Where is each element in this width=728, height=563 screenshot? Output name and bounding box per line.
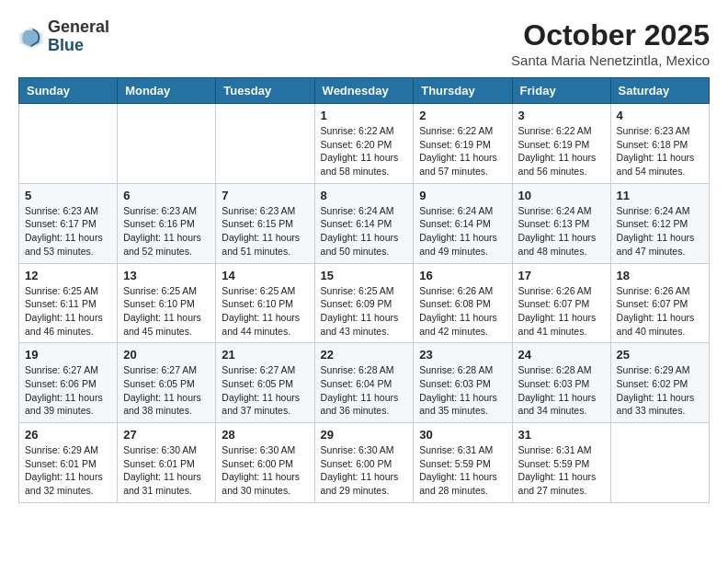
calendar-day-cell: 13Sunrise: 6:25 AM Sunset: 6:10 PM Dayli… [118, 263, 216, 343]
day-number: 5 [25, 189, 111, 202]
calendar-day-cell: 28Sunrise: 6:30 AM Sunset: 6:00 PM Dayli… [216, 423, 314, 503]
logo: General Blue [18, 18, 109, 55]
calendar-header-row: SundayMondayTuesdayWednesdayThursdayFrid… [19, 78, 710, 104]
logo-blue-text: Blue [48, 36, 84, 54]
calendar-week-row: 1Sunrise: 6:22 AM Sunset: 6:20 PM Daylig… [19, 104, 710, 184]
day-number: 27 [123, 428, 210, 442]
day-number: 11 [617, 189, 703, 202]
calendar-day-cell: 14Sunrise: 6:25 AM Sunset: 6:10 PM Dayli… [216, 263, 314, 343]
day-of-week-header: Thursday [414, 78, 512, 104]
day-of-week-header: Monday [118, 78, 216, 104]
day-info: Sunrise: 6:25 AM Sunset: 6:10 PM Dayligh… [123, 284, 210, 339]
day-info: Sunrise: 6:25 AM Sunset: 6:09 PM Dayligh… [321, 284, 408, 339]
day-number: 17 [518, 269, 605, 282]
day-info: Sunrise: 6:22 AM Sunset: 6:19 PM Dayligh… [518, 124, 605, 178]
day-number: 7 [222, 189, 308, 202]
calendar-day-cell: 3Sunrise: 6:22 AM Sunset: 6:19 PM Daylig… [512, 104, 610, 184]
day-info: Sunrise: 6:23 AM Sunset: 6:16 PM Dayligh… [123, 204, 210, 259]
calendar-day-cell: 17Sunrise: 6:26 AM Sunset: 6:07 PM Dayli… [512, 263, 610, 343]
day-number: 25 [617, 348, 703, 362]
calendar-day-cell: 24Sunrise: 6:28 AM Sunset: 6:03 PM Dayli… [512, 343, 610, 423]
logo-icon [18, 24, 44, 50]
day-number: 28 [222, 428, 308, 442]
calendar-day-cell: 6Sunrise: 6:23 AM Sunset: 6:16 PM Daylig… [118, 183, 216, 263]
day-number: 12 [25, 269, 111, 282]
day-info: Sunrise: 6:26 AM Sunset: 6:07 PM Dayligh… [518, 284, 605, 339]
day-number: 4 [617, 109, 703, 122]
day-info: Sunrise: 6:24 AM Sunset: 6:12 PM Dayligh… [617, 204, 703, 259]
calendar-day-cell: 4Sunrise: 6:23 AM Sunset: 6:18 PM Daylig… [610, 104, 709, 184]
calendar-day-cell: 23Sunrise: 6:28 AM Sunset: 6:03 PM Dayli… [414, 343, 512, 423]
calendar-day-cell: 11Sunrise: 6:24 AM Sunset: 6:12 PM Dayli… [610, 183, 709, 263]
day-number: 8 [321, 189, 408, 202]
calendar-week-row: 26Sunrise: 6:29 AM Sunset: 6:01 PM Dayli… [19, 423, 710, 503]
day-number: 29 [321, 428, 408, 442]
day-number: 10 [518, 189, 605, 202]
calendar-day-cell: 12Sunrise: 6:25 AM Sunset: 6:11 PM Dayli… [19, 263, 118, 343]
day-number: 13 [123, 269, 210, 282]
calendar-day-cell: 29Sunrise: 6:30 AM Sunset: 6:00 PM Dayli… [314, 423, 414, 503]
day-number: 22 [321, 348, 408, 362]
day-info: Sunrise: 6:25 AM Sunset: 6:11 PM Dayligh… [25, 284, 111, 339]
day-number: 21 [222, 348, 308, 362]
calendar-day-cell: 16Sunrise: 6:26 AM Sunset: 6:08 PM Dayli… [414, 263, 512, 343]
calendar-week-row: 12Sunrise: 6:25 AM Sunset: 6:11 PM Dayli… [19, 263, 710, 343]
day-info: Sunrise: 6:28 AM Sunset: 6:03 PM Dayligh… [419, 363, 506, 418]
calendar-day-cell: 25Sunrise: 6:29 AM Sunset: 6:02 PM Dayli… [610, 343, 709, 423]
day-info: Sunrise: 6:28 AM Sunset: 6:03 PM Dayligh… [518, 363, 605, 418]
calendar-day-cell: 19Sunrise: 6:27 AM Sunset: 6:06 PM Dayli… [19, 343, 118, 423]
calendar-day-cell [610, 423, 709, 503]
calendar-day-cell: 7Sunrise: 6:23 AM Sunset: 6:15 PM Daylig… [216, 183, 314, 263]
day-info: Sunrise: 6:28 AM Sunset: 6:04 PM Dayligh… [321, 363, 408, 418]
day-info: Sunrise: 6:29 AM Sunset: 6:01 PM Dayligh… [25, 443, 111, 498]
day-number: 31 [518, 428, 605, 442]
day-number: 24 [518, 348, 605, 362]
calendar-day-cell: 1Sunrise: 6:22 AM Sunset: 6:20 PM Daylig… [314, 104, 414, 184]
location-subtitle: Santa Maria Nenetzintla, Mexico [511, 52, 710, 68]
day-info: Sunrise: 6:29 AM Sunset: 6:02 PM Dayligh… [617, 363, 703, 418]
calendar-day-cell [216, 104, 314, 184]
day-info: Sunrise: 6:30 AM Sunset: 6:00 PM Dayligh… [321, 443, 408, 498]
day-info: Sunrise: 6:26 AM Sunset: 6:07 PM Dayligh… [617, 284, 703, 339]
day-number: 9 [419, 189, 506, 202]
calendar-day-cell: 8Sunrise: 6:24 AM Sunset: 6:14 PM Daylig… [314, 183, 414, 263]
day-info: Sunrise: 6:25 AM Sunset: 6:10 PM Dayligh… [222, 284, 308, 339]
day-info: Sunrise: 6:24 AM Sunset: 6:14 PM Dayligh… [321, 204, 408, 259]
day-number: 26 [25, 428, 111, 442]
calendar-table: SundayMondayTuesdayWednesdayThursdayFrid… [18, 77, 710, 503]
day-info: Sunrise: 6:22 AM Sunset: 6:19 PM Dayligh… [419, 124, 506, 178]
day-of-week-header: Wednesday [314, 78, 414, 104]
day-info: Sunrise: 6:23 AM Sunset: 6:18 PM Dayligh… [617, 124, 703, 178]
day-info: Sunrise: 6:30 AM Sunset: 6:00 PM Dayligh… [222, 443, 308, 498]
day-number: 16 [419, 269, 506, 282]
calendar-day-cell: 18Sunrise: 6:26 AM Sunset: 6:07 PM Dayli… [610, 263, 709, 343]
day-info: Sunrise: 6:27 AM Sunset: 6:05 PM Dayligh… [222, 363, 308, 418]
title-block: October 2025 Santa Maria Nenetzintla, Me… [511, 18, 710, 68]
day-of-week-header: Tuesday [216, 78, 314, 104]
day-number: 30 [419, 428, 506, 442]
day-info: Sunrise: 6:31 AM Sunset: 5:59 PM Dayligh… [419, 443, 506, 498]
calendar-day-cell: 5Sunrise: 6:23 AM Sunset: 6:17 PM Daylig… [19, 183, 118, 263]
day-number: 19 [25, 348, 111, 362]
day-info: Sunrise: 6:24 AM Sunset: 6:13 PM Dayligh… [518, 204, 605, 259]
day-number: 3 [518, 109, 605, 122]
day-number: 15 [321, 269, 408, 282]
calendar-day-cell [19, 104, 118, 184]
day-number: 23 [419, 348, 506, 362]
calendar-day-cell [118, 104, 216, 184]
day-info: Sunrise: 6:22 AM Sunset: 6:20 PM Dayligh… [321, 124, 408, 178]
calendar-day-cell: 20Sunrise: 6:27 AM Sunset: 6:05 PM Dayli… [118, 343, 216, 423]
calendar-day-cell: 31Sunrise: 6:31 AM Sunset: 5:59 PM Dayli… [512, 423, 610, 503]
calendar-day-cell: 22Sunrise: 6:28 AM Sunset: 6:04 PM Dayli… [314, 343, 414, 423]
day-number: 1 [321, 109, 408, 122]
day-info: Sunrise: 6:30 AM Sunset: 6:01 PM Dayligh… [123, 443, 210, 498]
calendar-day-cell: 21Sunrise: 6:27 AM Sunset: 6:05 PM Dayli… [216, 343, 314, 423]
day-info: Sunrise: 6:27 AM Sunset: 6:05 PM Dayligh… [123, 363, 210, 418]
logo-general-text: General [48, 17, 109, 36]
calendar-day-cell: 2Sunrise: 6:22 AM Sunset: 6:19 PM Daylig… [414, 104, 512, 184]
day-number: 2 [419, 109, 506, 122]
page-header: General Blue October 2025 Santa Maria Ne… [18, 18, 710, 68]
calendar-day-cell: 30Sunrise: 6:31 AM Sunset: 5:59 PM Dayli… [414, 423, 512, 503]
day-info: Sunrise: 6:23 AM Sunset: 6:15 PM Dayligh… [222, 204, 308, 259]
calendar-week-row: 19Sunrise: 6:27 AM Sunset: 6:06 PM Dayli… [19, 343, 710, 423]
